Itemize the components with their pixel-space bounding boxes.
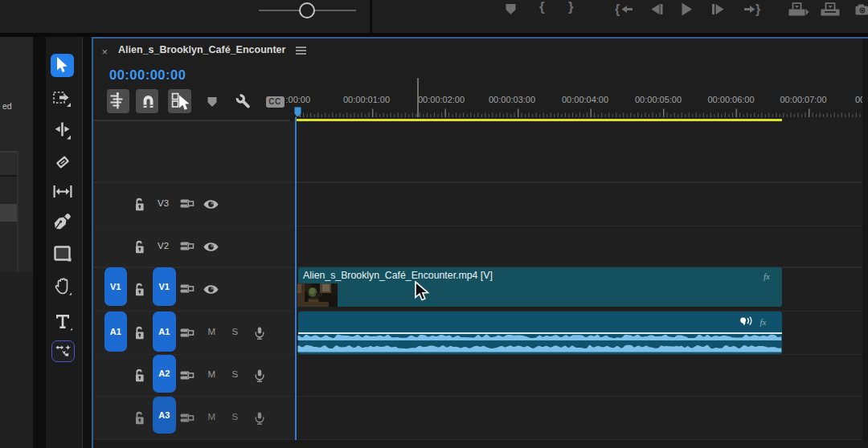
svg-text:}: } xyxy=(755,2,760,16)
svg-text:{: { xyxy=(615,2,620,16)
